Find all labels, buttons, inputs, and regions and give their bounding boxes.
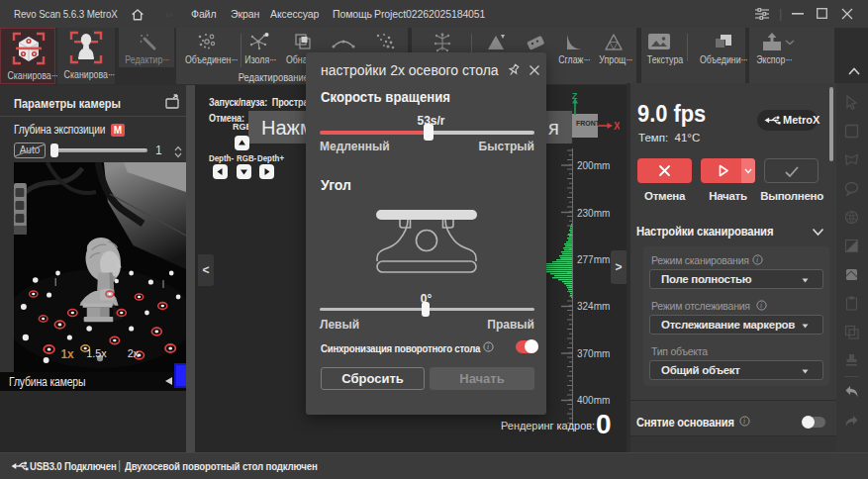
svg-text:X: X <box>614 121 620 132</box>
svg-text:i: i <box>756 255 758 264</box>
svg-text:i: i <box>743 417 745 426</box>
svg-text:i: i <box>760 301 762 310</box>
svg-text:1.5x: 1.5x <box>86 347 107 359</box>
svg-text:i: i <box>487 342 489 351</box>
svg-text:2x: 2x <box>128 347 140 359</box>
svg-text:1x: 1x <box>60 347 74 361</box>
svg-text:Z: Z <box>572 91 578 101</box>
